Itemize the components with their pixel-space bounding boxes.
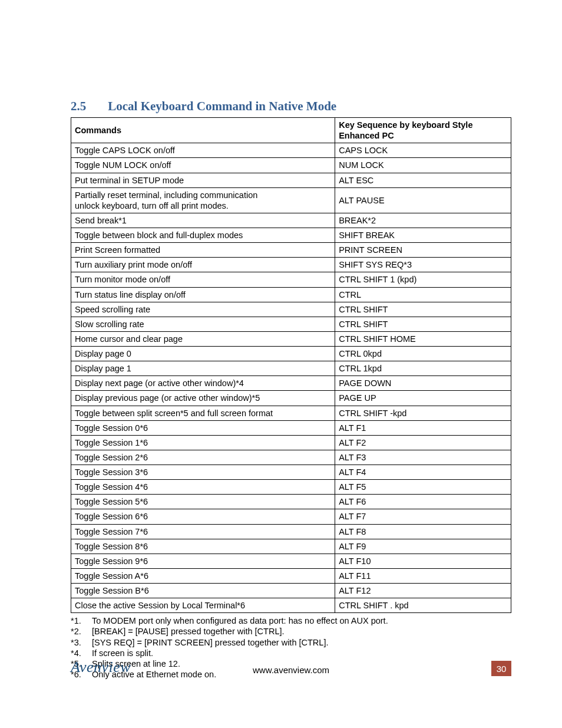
cell-command: Print Screen formatted bbox=[71, 243, 335, 258]
table-row: Send break*1BREAK*2 bbox=[71, 213, 511, 228]
cell-key: ALT F11 bbox=[335, 568, 511, 583]
table-row: Home cursor and clear pageCTRL SHIFT HOM… bbox=[71, 331, 511, 346]
cell-key: PRINT SCREEN bbox=[335, 243, 511, 258]
table-row: Toggle Session 5*6ALT F6 bbox=[71, 495, 511, 509]
table-row: Toggle between block and full-duplex mod… bbox=[71, 228, 511, 243]
footnote-mark: *4. bbox=[71, 648, 92, 658]
cell-key: ALT F4 bbox=[335, 465, 511, 480]
page: 2.5 Local Keyboard Command in Native Mod… bbox=[0, 0, 562, 728]
table-row: Toggle CAPS LOCK on/offCAPS LOCK bbox=[71, 143, 511, 158]
cell-command: Toggle Session 9*6 bbox=[71, 554, 335, 568]
cell-command: Toggle between split screen*5 and full s… bbox=[71, 406, 335, 420]
header-commands: Commands bbox=[71, 118, 335, 143]
cell-command: Display previous page (or active other w… bbox=[71, 391, 335, 406]
cell-command: Display page 0 bbox=[71, 347, 335, 361]
footer-site: www.avenview.com bbox=[71, 665, 511, 675]
cell-key: CTRL SHIFT 1 (kpd) bbox=[335, 272, 511, 287]
cell-key: CTRL bbox=[335, 287, 511, 302]
page-footer: Avenview www.avenview.com 30 bbox=[71, 661, 511, 676]
cell-key: ALT F3 bbox=[335, 450, 511, 465]
cell-key: ALT F12 bbox=[335, 584, 511, 598]
cell-key: CTRL SHIFT HOME bbox=[335, 331, 511, 346]
section-heading: 2.5 Local Keyboard Command in Native Mod… bbox=[71, 99, 511, 114]
table-row: Toggle NUM LOCK on/offNUM LOCK bbox=[71, 158, 511, 173]
cell-command: Toggle Session 7*6 bbox=[71, 524, 335, 539]
footnote-mark: *1. bbox=[71, 615, 92, 626]
table-row: Turn monitor mode on/offCTRL SHIFT 1 (kp… bbox=[71, 272, 511, 287]
cell-command: Slow scrolling rate bbox=[71, 317, 335, 331]
cell-key: ALT F6 bbox=[335, 495, 511, 509]
cell-command: Turn status line display on/off bbox=[71, 287, 335, 302]
cell-key: SHIFT BREAK bbox=[335, 228, 511, 243]
cell-key: ALT F7 bbox=[335, 509, 511, 524]
footnote: *3.[SYS REQ] = [PRINT SCREEN] pressed to… bbox=[71, 637, 511, 648]
table-row: Partially reset terminal, including comm… bbox=[71, 187, 511, 213]
cell-command: Display page 1 bbox=[71, 361, 335, 376]
cell-command: Toggle Session 0*6 bbox=[71, 420, 335, 435]
cell-key: ALT F5 bbox=[335, 480, 511, 495]
cell-key: ALT F10 bbox=[335, 554, 511, 568]
cell-command: Turn monitor mode on/off bbox=[71, 272, 335, 287]
table-row: Display next page (or active other windo… bbox=[71, 376, 511, 391]
table-row: Toggle Session 6*6ALT F7 bbox=[71, 509, 511, 524]
table-row: Print Screen formattedPRINT SCREEN bbox=[71, 243, 511, 258]
cell-key: ALT F9 bbox=[335, 539, 511, 554]
cell-key: ALT F1 bbox=[335, 420, 511, 435]
table-row: Display page 1CTRL 1kpd bbox=[71, 361, 511, 376]
table-row: Toggle Session A*6ALT F11 bbox=[71, 568, 511, 583]
cell-command: Toggle Session 4*6 bbox=[71, 480, 335, 495]
cell-command: Toggle CAPS LOCK on/off bbox=[71, 143, 335, 158]
commands-table: Commands Key Sequence by keyboard Style … bbox=[71, 117, 511, 613]
footnote: *2.[BREAK] = [PAUSE] pressed together wi… bbox=[71, 626, 511, 637]
cell-key: CTRL SHIFT bbox=[335, 317, 511, 331]
cell-command: Toggle Session A*6 bbox=[71, 568, 335, 583]
cell-command: Toggle Session 2*6 bbox=[71, 450, 335, 465]
table-row: Toggle Session 9*6ALT F10 bbox=[71, 554, 511, 568]
table-row: Toggle Session 3*6ALT F4 bbox=[71, 465, 511, 480]
table-row: Toggle Session 7*6ALT F8 bbox=[71, 524, 511, 539]
content-area: 2.5 Local Keyboard Command in Native Mod… bbox=[71, 99, 511, 680]
cell-command: Toggle Session 5*6 bbox=[71, 495, 335, 509]
table-row: Toggle Session B*6ALT F12 bbox=[71, 584, 511, 598]
cell-command: Display next page (or active other windo… bbox=[71, 376, 335, 391]
cell-key: CTRL SHIFT -kpd bbox=[335, 406, 511, 420]
cell-command: Speed scrolling rate bbox=[71, 302, 335, 317]
table-row: Put terminal in SETUP modeALT ESC bbox=[71, 173, 511, 187]
cell-command: Toggle Session 6*6 bbox=[71, 509, 335, 524]
footnote: *4.If screen is split. bbox=[71, 648, 511, 658]
table-row: Turn status line display on/offCTRL bbox=[71, 287, 511, 302]
cell-key: ALT PAUSE bbox=[335, 187, 511, 213]
cell-key: CTRL SHIFT bbox=[335, 302, 511, 317]
cell-key: CTRL SHIFT . kpd bbox=[335, 598, 511, 613]
table-row: Display previous page (or active other w… bbox=[71, 391, 511, 406]
table-row: Toggle Session 8*6ALT F9 bbox=[71, 539, 511, 554]
cell-command: Close the active Session by Local Termin… bbox=[71, 598, 335, 613]
cell-command: Put terminal in SETUP mode bbox=[71, 173, 335, 187]
table-row: Display page 0CTRL 0kpd bbox=[71, 347, 511, 361]
footnote-text: If screen is split. bbox=[92, 648, 153, 658]
cell-key: PAGE DOWN bbox=[335, 376, 511, 391]
section-number: 2.5 bbox=[71, 99, 105, 114]
table-header-row: Commands Key Sequence by keyboard Style … bbox=[71, 118, 511, 143]
cell-key: PAGE UP bbox=[335, 391, 511, 406]
table-row: Toggle between split screen*5 and full s… bbox=[71, 406, 511, 420]
section-title: Local Keyboard Command in Native Mode bbox=[108, 99, 336, 113]
cell-key: CTRL 0kpd bbox=[335, 347, 511, 361]
page-number: 30 bbox=[491, 661, 511, 676]
footnote-mark: *2. bbox=[71, 626, 92, 637]
cell-key: NUM LOCK bbox=[335, 158, 511, 173]
footnote-text: [BREAK] = [PAUSE] pressed together with … bbox=[92, 626, 285, 637]
header-key-sequence: Key Sequence by keyboard Style Enhanced … bbox=[335, 118, 511, 143]
cell-key: CAPS LOCK bbox=[335, 143, 511, 158]
cell-key: ALT ESC bbox=[335, 173, 511, 187]
cell-command: Send break*1 bbox=[71, 213, 335, 228]
cell-command: Home cursor and clear page bbox=[71, 331, 335, 346]
cell-command: Partially reset terminal, including comm… bbox=[71, 187, 335, 213]
cell-command: Toggle between block and full-duplex mod… bbox=[71, 228, 335, 243]
footnote: *1.To MODEM port only when configured as… bbox=[71, 615, 511, 626]
table-row: Turn auxiliary print mode on/offSHIFT SY… bbox=[71, 258, 511, 272]
cell-command: Toggle Session B*6 bbox=[71, 584, 335, 598]
cell-key: ALT F8 bbox=[335, 524, 511, 539]
table-row: Toggle Session 2*6ALT F3 bbox=[71, 450, 511, 465]
cell-key: BREAK*2 bbox=[335, 213, 511, 228]
